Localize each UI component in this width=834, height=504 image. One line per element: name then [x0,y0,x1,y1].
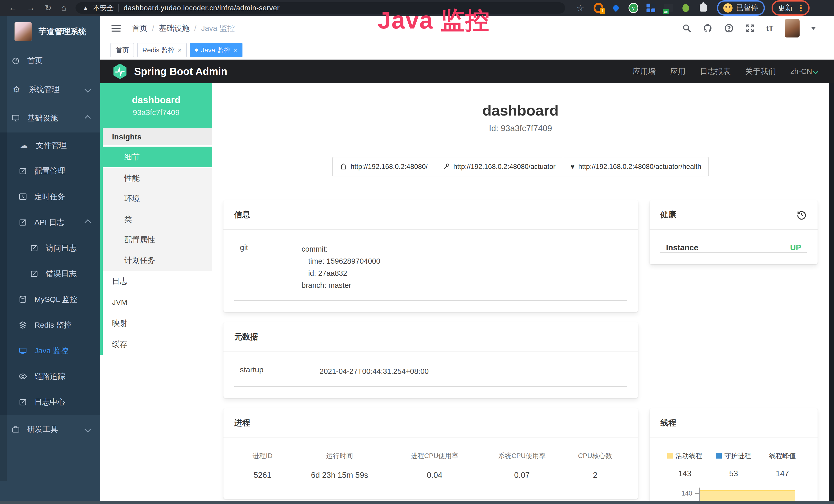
sidebar-item-infra[interactable]: 基础设施 [0,104,100,133]
sba-nav-applications[interactable]: 应用 [670,66,685,77]
fullscreen-icon[interactable] [745,23,755,33]
url-text[interactable]: dashboard.yudao.iocoder.cn/infra/admin-s… [124,4,280,12]
breadcrumb-separator: / [194,24,196,32]
sidebar-item-label: 链路追踪 [35,371,65,382]
extension-icon-orange[interactable]: 1 [594,3,603,13]
cpu-cores: 2 [593,471,597,480]
sba-item-details[interactable]: 细节 [103,146,212,167]
sba-item-config-props[interactable]: 配置属性 [103,230,212,250]
sba-item-mappings[interactable]: 映射 [103,313,212,334]
tab-home[interactable]: 首页 [110,43,134,57]
legend-label: 活动线程 [676,451,702,460]
sba-instance-header[interactable]: dashboard 93a3fc7f7409 [100,83,212,129]
breadcrumb-current: Java 监控 [201,23,235,33]
sidebar-item-log-center[interactable]: 日志中心 [0,389,100,415]
sidebar-item-scheduled-jobs[interactable]: 定时任务 [0,184,100,209]
reload-icon[interactable]: ↻ [45,3,52,13]
daemon-threads-value: 53 [729,469,738,478]
extension-icon-on[interactable]: on [663,3,673,13]
extension-icon-leaf[interactable] [681,3,691,13]
col-header: 进程ID [253,451,272,460]
sba-nav-about[interactable]: 关于我们 [745,66,776,77]
sba-item-caches[interactable]: 缓存 [103,334,212,355]
sba-locale-select[interactable]: zh-CN [790,67,817,76]
info-git-row: git commit: time: 1596289704000 id: 27aa… [234,243,627,301]
page-scrollbar[interactable] [829,83,834,504]
sidebar-item-label: 系统管理 [29,84,60,95]
sba-item-scheduled-tasks[interactable]: 计划任务 [103,250,212,271]
profile-paused-chip[interactable]: 已暂停 [717,0,765,16]
breadcrumb-infra[interactable]: 基础设施 [159,23,190,33]
chrome-update-button[interactable]: 更新 ⋮ [772,0,810,16]
sidebar-item-access-logs[interactable]: 访问日志 [0,235,100,261]
app-logo-row[interactable]: 芋道管理系统 [0,16,100,46]
font-size-icon[interactable]: tT [766,24,773,32]
sba-item-classes[interactable]: 类 [103,209,212,230]
user-avatar[interactable] [785,19,799,38]
card-title: 进程 [234,417,250,428]
close-icon[interactable]: × [234,46,237,54]
sidebar-item-mysql-monitor[interactable]: MySQL 监控 [0,287,100,312]
sidebar-item-label: Redis 监控 [35,320,72,330]
help-icon[interactable] [724,23,734,33]
history-icon[interactable] [796,209,807,220]
legend-swatch-live [667,453,673,459]
close-icon[interactable]: × [178,46,182,54]
kebab-menu-icon[interactable]: ⋮ [796,4,805,12]
actuator-url-button[interactable]: http://192.168.0.2:48080/actuator [435,157,563,176]
cloud-icon: ☁ [19,140,29,150]
health-url-button[interactable]: ♥ http://192.168.0.2:48080/actuator/heal… [563,157,709,176]
sba-item-logs[interactable]: 日志 [103,271,212,292]
home-icon[interactable]: ⌂ [61,3,66,13]
git-time-line: time: 1596289704000 [302,255,627,267]
profile-avatar-emoji [723,3,732,13]
bookmark-star-icon[interactable]: ☆ [576,3,584,13]
sba-item-jvm[interactable]: JVM [103,292,212,313]
health-url: http://192.168.0.2:48080/actuator/health [578,163,701,171]
spring-boot-hexagon-icon [112,63,128,80]
extension-icon-puzzle[interactable] [698,3,708,13]
sidebar-item-config-manage[interactable]: 配置管理 [0,158,100,184]
security-label[interactable]: 不安全 [93,3,114,13]
tab-redis-monitor[interactable]: Redis 监控 × [137,43,187,57]
process-pid: 5261 [254,471,271,480]
sidebar-item-home[interactable]: 首页 [0,46,100,75]
avatar-caret-icon[interactable] [811,27,816,30]
metadata-card: 元数据 startup 2021-04-27T00:44:31.254+08:0… [223,322,638,398]
sidebar-item-system[interactable]: ⚙ 系统管理 [0,75,100,104]
hamburger-icon[interactable] [111,25,121,31]
breadcrumb-separator: / [152,24,154,32]
extension-icon-green-y[interactable]: y [629,3,638,13]
gear-icon: ⚙ [11,85,22,94]
sba-item-metrics[interactable]: 性能 [103,168,212,188]
breadcrumb-home[interactable]: 首页 [132,23,148,33]
extension-icon-pin[interactable] [611,3,621,13]
threads-legend: 活动线程 守护进程 线程峰值 143 53 147 [660,448,807,478]
service-url: http://192.168.0.2:48080/ [351,163,427,171]
back-icon[interactable]: ← [9,3,17,13]
forward-icon[interactable]: → [27,3,35,13]
sba-nav-wallboard[interactable]: 应用墙 [633,66,656,77]
sba-item-environment[interactable]: 环境 [103,188,212,209]
sidebar-item-java-monitor[interactable]: Java 监控 [0,338,100,364]
sba-logo[interactable] [112,63,128,80]
layers-icon [19,321,27,329]
sidebar-item-redis-monitor[interactable]: Redis 监控 [0,312,100,338]
address-bar[interactable]: ▲ 不安全 dashboard.yudao.iocoder.cn/infra/a… [75,2,565,14]
sidebar-item-file-manage[interactable]: ☁ 文件管理 [0,133,100,158]
sidebar-item-error-logs[interactable]: 错误日志 [0,261,100,287]
chevron-down-icon [813,69,818,74]
monitor-icon [11,114,20,122]
sba-nav-journal[interactable]: 日志报表 [700,66,731,77]
sidebar-item-tracing[interactable]: 链路追踪 [0,364,100,389]
search-icon[interactable] [682,23,692,33]
github-icon[interactable] [703,23,713,33]
tab-java-monitor[interactable]: Java 监控 × [190,43,242,57]
sidebar-item-label: 错误日志 [46,269,76,279]
extension-icon-grid[interactable] [646,3,656,13]
service-url-button[interactable]: http://192.168.0.2:48080/ [332,157,435,176]
sidebar-item-api-logs[interactable]: API 日志 [0,209,100,235]
sidebar-item-devtools[interactable]: 研发工具 [0,415,100,444]
sba-brand-title[interactable]: Spring Boot Admin [134,66,227,77]
bottom-edge-strip [0,501,834,504]
